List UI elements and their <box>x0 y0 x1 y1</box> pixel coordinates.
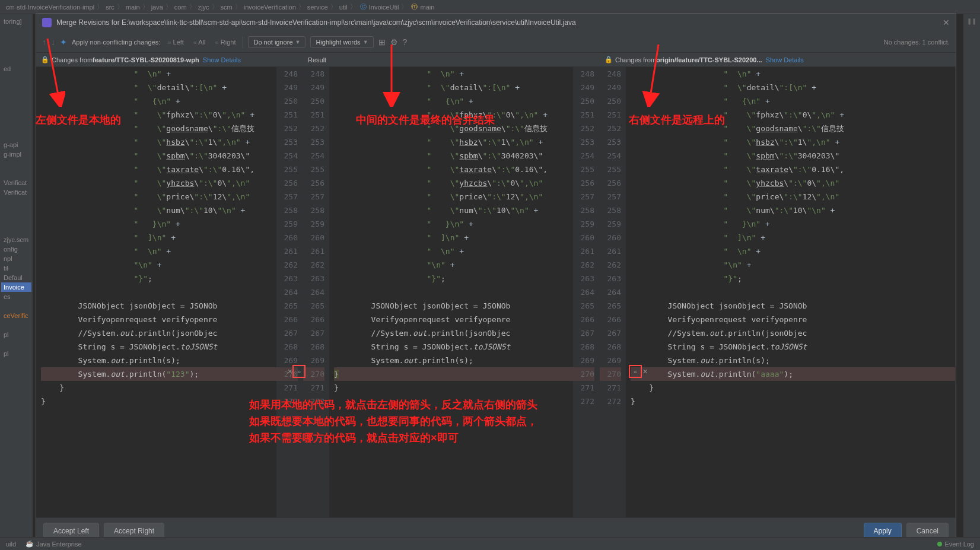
annotation-box-right <box>629 365 642 378</box>
apply-left-btn[interactable]: » Left <box>165 37 186 47</box>
right-code[interactable]: " \n" + " \"detail\":[\n" + " {\n" + " \… <box>626 67 955 517</box>
class-icon: Ⓒ <box>360 2 367 11</box>
next-diff-icon[interactable]: ↓ <box>51 37 55 47</box>
lock-icon: 🔒 <box>604 56 613 63</box>
apply-all-btn[interactable]: « All <box>191 37 208 47</box>
breadcrumb-nav[interactable]: cm-std-InvoiceVerification-impl〉 src〉 ma… <box>0 0 980 14</box>
magic-resolve-icon[interactable]: ✦ <box>60 37 67 47</box>
intellij-icon <box>42 18 52 27</box>
annotation-box-left <box>292 365 306 378</box>
apply-label: Apply non-conflicting changes: <box>72 39 160 46</box>
merge-toolbar: ↑ ↓ ✦ Apply non-conflicting changes: » L… <box>36 31 956 53</box>
right-gutter: 2482492502512522532542552562572582592602… <box>600 67 626 517</box>
mid-pane-header: Result <box>303 53 600 66</box>
conflict-status: No changes. 1 conflict. <box>884 39 950 46</box>
build-tool[interactable]: uild <box>6 541 16 548</box>
java-ee-tool[interactable]: ☕Java Enterprise <box>26 540 81 548</box>
left-gutter: 2482492502512522532542552562572582592602… <box>276 67 303 517</box>
help-icon[interactable]: ? <box>403 37 408 47</box>
reject-right-icon[interactable]: ✕ <box>641 367 649 376</box>
close-icon[interactable]: ✕ <box>943 18 950 27</box>
statusbar: uild ☕Java Enterprise Event Log <box>0 537 980 550</box>
merge-dialog: Merge Revisions for E:\workspace\link-tt… <box>36 13 956 544</box>
right-pane-header: 🔒 Changes from origin/feature/TTC-SYBL-S… <box>600 53 956 66</box>
mid-gutter: 2482492502512522532542552562572582592602… <box>303 67 329 517</box>
show-details-right[interactable]: Show Details <box>766 56 804 63</box>
merge-panes: " \n" + " \"detail\":[\n" + " {\n" + " \… <box>36 67 956 517</box>
dialog-title-text: Merge Revisions for E:\workspace\link-tt… <box>56 18 576 27</box>
sync-scroll-icon[interactable]: ⊞ <box>378 37 386 47</box>
mid-code[interactable]: " \n" + " \"detail\":[\n" + " {\n" + " \… <box>329 67 573 517</box>
apply-right-btn[interactable]: « Right <box>213 37 238 47</box>
method-icon: ⓜ <box>411 2 418 11</box>
left-pane[interactable]: " \n" + " \"detail\":[\n" + " {\n" + " \… <box>36 67 303 517</box>
panes-header: 🔒 Changes from feature/TTC-SYBL-S2020081… <box>36 53 956 67</box>
result-pane[interactable]: 2482492502512522532542552562572582592602… <box>303 67 600 517</box>
pause-icon[interactable]: ❚❚ <box>967 18 976 24</box>
left-code[interactable]: " \n" + " \"detail\":[\n" + " {\n" + " \… <box>36 67 276 517</box>
event-log[interactable]: Event Log <box>937 541 974 548</box>
ignore-dropdown[interactable]: Do not ignore▼ <box>248 36 306 48</box>
project-sidebar-fragment[interactable]: toring] ed g-api g-impl Verificat Verifi… <box>0 14 33 537</box>
left-pane-header: 🔒 Changes from feature/TTC-SYBL-S2020081… <box>36 53 303 66</box>
right-tool-gutter[interactable]: ❚❚ <box>963 14 980 537</box>
mid-gutter-r: 2482492502512522532542552562572582592602… <box>573 67 599 517</box>
highlight-dropdown[interactable]: Highlight words▼ <box>310 36 373 48</box>
settings-icon[interactable]: ⚙ <box>390 37 398 47</box>
status-dot-icon <box>937 542 942 546</box>
lock-icon: 🔒 <box>41 56 49 63</box>
prev-diff-icon[interactable]: ↑ <box>42 37 46 47</box>
right-pane[interactable]: 2482492502512522532542552562572582592602… <box>600 67 956 517</box>
dialog-titlebar: Merge Revisions for E:\workspace\link-tt… <box>36 14 956 31</box>
show-details-left[interactable]: Show Details <box>203 56 241 63</box>
